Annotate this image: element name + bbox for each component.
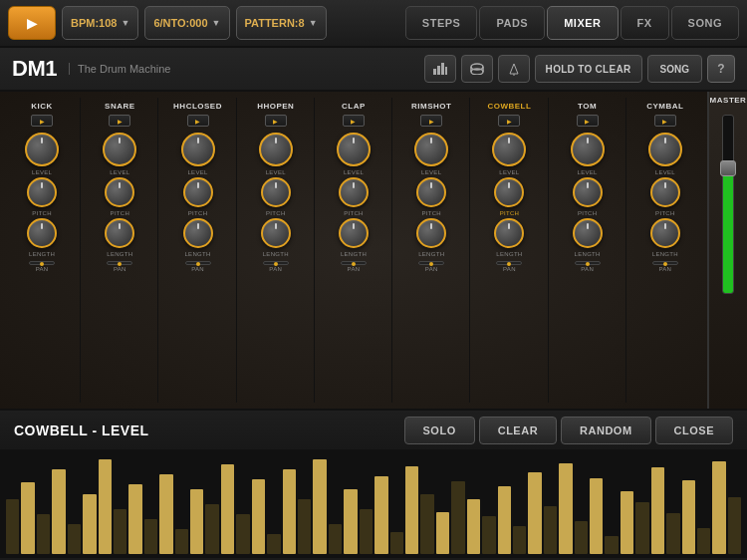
channel-pitch-knob[interactable] [339, 177, 369, 207]
channel-play-button[interactable] [109, 115, 130, 127]
chart-icon-button[interactable] [424, 55, 456, 83]
pattern-bar[interactable] [6, 499, 19, 554]
channel-play-button[interactable] [187, 115, 209, 127]
clear-button[interactable]: CLEAR [479, 417, 557, 444]
pattern-bar[interactable] [559, 463, 572, 554]
pattern-bar[interactable] [451, 481, 464, 554]
channel-play-button[interactable] [265, 115, 287, 127]
tab-fx[interactable]: FX [621, 6, 669, 40]
pattern-bar[interactable] [605, 536, 618, 554]
tab-steps[interactable]: STEPS [405, 6, 478, 40]
tab-song[interactable]: SONG [671, 6, 739, 40]
channel-play-button[interactable] [343, 115, 365, 127]
pattern-bar[interactable] [313, 459, 326, 554]
pattern-bar[interactable] [651, 467, 664, 554]
channel-pan-bar[interactable] [496, 261, 522, 265]
pattern-bar[interactable] [52, 469, 65, 554]
pattern-bar[interactable] [498, 486, 511, 554]
pattern-bar[interactable] [390, 532, 403, 554]
pattern-bar[interactable] [144, 519, 157, 554]
channel-length-knob[interactable] [494, 218, 524, 248]
pattern-bar[interactable] [374, 476, 387, 554]
pattern-bar[interactable] [575, 521, 588, 554]
channel-pitch-knob[interactable] [27, 177, 57, 207]
pattern-bar[interactable] [467, 499, 480, 554]
channel-level-knob[interactable] [492, 133, 526, 166]
channel-pitch-knob[interactable] [494, 177, 524, 207]
pattern-bar[interactable] [128, 484, 141, 554]
channel-pan-bar[interactable] [341, 261, 367, 265]
pattern-bar[interactable] [190, 489, 203, 554]
channel-pitch-knob[interactable] [105, 177, 134, 207]
pattern-bar[interactable] [344, 489, 357, 554]
channel-play-button[interactable] [31, 115, 53, 127]
help-button[interactable]: ? [707, 55, 735, 83]
pattern-bar[interactable] [221, 464, 234, 554]
pattern-bar[interactable] [37, 514, 50, 554]
pattern-bar[interactable] [528, 472, 541, 554]
channel-pan-bar[interactable] [107, 261, 132, 265]
pattern-bar[interactable] [99, 459, 112, 554]
channel-length-knob[interactable] [183, 218, 213, 248]
song-button[interactable]: SONG [647, 55, 702, 83]
channel-length-knob[interactable] [27, 218, 57, 248]
channel-length-knob[interactable] [105, 218, 134, 248]
channel-level-knob[interactable] [181, 133, 215, 166]
channel-pan-bar[interactable] [185, 261, 211, 265]
channel-pan-bar[interactable] [263, 261, 289, 265]
channel-play-button[interactable] [577, 115, 599, 127]
bpm-dropdown[interactable]: BPM:108 ▼ [62, 6, 138, 40]
play-button[interactable] [8, 6, 56, 40]
random-button[interactable]: RANDOM [561, 417, 651, 444]
channel-pan-bar[interactable] [575, 261, 601, 265]
pattern-bar[interactable] [68, 524, 81, 554]
hold-to-clear-button[interactable]: HOLD TO CLEAR [535, 55, 642, 83]
pattern-bar[interactable] [436, 512, 449, 554]
channel-pan-bar[interactable] [29, 261, 55, 265]
pattern-bar[interactable] [513, 526, 526, 554]
channel-level-knob[interactable] [414, 133, 448, 166]
pattern-bar[interactable] [635, 502, 648, 554]
close-button[interactable]: CLOSE [655, 417, 733, 444]
ginto-dropdown[interactable]: 6/NTO:000 ▼ [144, 6, 229, 40]
pattern-bar[interactable] [21, 482, 34, 554]
channel-level-knob[interactable] [103, 133, 136, 166]
master-fader-handle[interactable] [720, 160, 736, 176]
pattern-bar[interactable] [205, 504, 218, 554]
channel-length-knob[interactable] [339, 218, 369, 248]
channel-level-knob[interactable] [571, 133, 605, 166]
solo-button[interactable]: SOLO [404, 417, 475, 444]
pattern-bar[interactable] [298, 499, 311, 554]
channel-length-knob[interactable] [573, 218, 603, 248]
tab-mixer[interactable]: MIXER [547, 6, 618, 40]
channel-pitch-knob[interactable] [573, 177, 603, 207]
pattern-bar[interactable] [267, 534, 280, 554]
pattern-bar[interactable] [83, 494, 96, 554]
pattern-bar[interactable] [114, 509, 126, 554]
channel-pitch-knob[interactable] [183, 177, 213, 207]
channel-pitch-knob[interactable] [261, 177, 291, 207]
drum-icon-button[interactable] [461, 55, 493, 83]
pattern-bar[interactable] [682, 480, 695, 554]
channel-level-knob[interactable] [648, 133, 682, 166]
pattern-dropdown[interactable]: PATTERN:8 ▼ [236, 6, 327, 40]
channel-level-knob[interactable] [337, 133, 371, 166]
pattern-bar[interactable] [175, 529, 188, 554]
pattern-bar[interactable] [697, 528, 710, 554]
channel-length-knob[interactable] [650, 218, 680, 248]
channel-level-knob[interactable] [259, 133, 293, 166]
pattern-bar[interactable] [236, 514, 249, 554]
pattern-bar[interactable] [283, 469, 296, 554]
channel-length-knob[interactable] [261, 218, 291, 248]
master-fader-track[interactable] [722, 115, 734, 294]
channel-level-knob[interactable] [25, 133, 59, 166]
channel-play-button[interactable] [498, 115, 520, 127]
pattern-bar[interactable] [329, 524, 342, 554]
pattern-bar[interactable] [420, 494, 433, 554]
pattern-bar[interactable] [666, 513, 679, 554]
metronome-icon-button[interactable] [498, 55, 530, 83]
pattern-bar[interactable] [712, 461, 725, 554]
channel-pitch-knob[interactable] [650, 177, 680, 207]
pattern-bar[interactable] [159, 474, 172, 554]
pattern-bar[interactable] [360, 509, 373, 554]
